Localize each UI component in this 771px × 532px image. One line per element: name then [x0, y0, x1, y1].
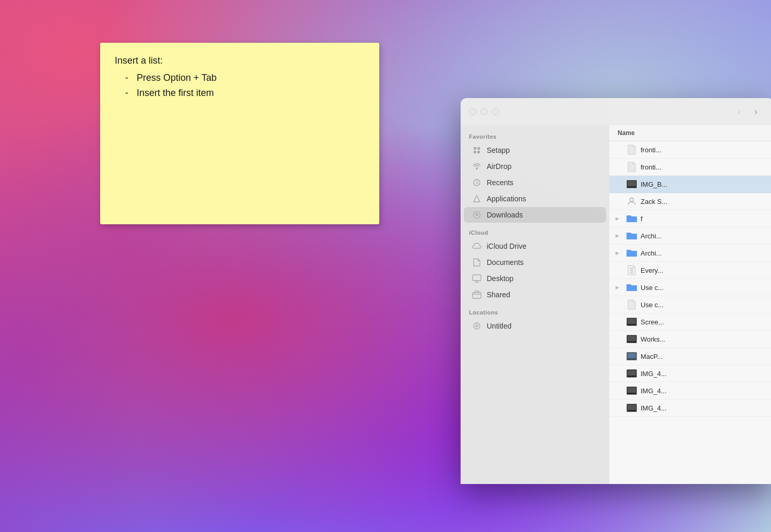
svg-rect-19	[628, 336, 636, 341]
chevron-icon-archi2: ▶	[616, 250, 623, 256]
downloads-icon	[472, 210, 481, 220]
desktop-icon	[472, 274, 481, 283]
file-icon-scree	[626, 316, 637, 328]
file-name-img4a: IMG_4...	[641, 370, 767, 378]
file-icon-img4a	[626, 368, 637, 379]
sidebar-item-applications[interactable]: Applications	[464, 191, 606, 207]
file-name-works: Works...	[641, 335, 767, 343]
sidebar-item-downloads[interactable]: Downloads	[464, 207, 606, 223]
sidebar-item-airdrop[interactable]: AirDrop	[464, 159, 606, 174]
sticky-note-item-2: - Insert the first item	[115, 86, 365, 101]
file-name-usec1: Use c...	[641, 284, 767, 292]
chevron-icon-f: ▶	[616, 216, 623, 221]
sticky-note-text-1: Press Option + Tab	[137, 70, 216, 86]
svg-rect-0	[474, 147, 476, 150]
file-name-usec2: Use c...	[641, 301, 767, 309]
close-button[interactable]	[469, 108, 476, 115]
svg-point-4	[476, 167, 478, 170]
file-item-every[interactable]: Every...	[609, 262, 771, 279]
svg-rect-15	[630, 272, 633, 273]
file-item-zack[interactable]: Zack S...	[609, 193, 771, 210]
applications-label: Applications	[487, 195, 526, 203]
file-item-img4b[interactable]: IMG_4...	[609, 382, 771, 400]
file-item-f[interactable]: ▶ f	[609, 210, 771, 227]
untitled-label: Untitled	[487, 322, 511, 330]
file-item-macp[interactable]: MacP...	[609, 348, 771, 365]
file-item-img4a[interactable]: IMG_4...	[609, 365, 771, 382]
svg-rect-7	[473, 275, 481, 281]
file-item-fronti1[interactable]: fronti...	[609, 141, 771, 159]
svg-rect-3	[477, 151, 480, 153]
sticky-note-title: Insert a list:	[115, 53, 365, 68]
sidebar-item-shared[interactable]: Shared	[464, 287, 606, 303]
forward-button[interactable]: ›	[749, 104, 763, 119]
sidebar-item-icloud-drive[interactable]: iCloud Drive	[464, 238, 606, 254]
svg-rect-8	[473, 293, 481, 298]
file-item-img4c[interactable]: IMG_4...	[609, 400, 771, 417]
setapp-label: Setapp	[487, 146, 510, 154]
file-item-archi2[interactable]: ▶ Archi...	[609, 245, 771, 262]
sticky-note: Insert a list: - Press Option + Tab - In…	[100, 43, 379, 224]
untitled-icon	[472, 321, 481, 331]
svg-rect-11	[628, 181, 636, 186]
svg-rect-13	[630, 268, 633, 269]
documents-icon	[472, 258, 481, 267]
file-icon-zack	[626, 196, 637, 207]
finder-window: ‹ › Favorites Setapp	[461, 98, 771, 484]
svg-rect-14	[630, 270, 633, 271]
chevron-icon-usec1: ▶	[616, 285, 623, 290]
finder-titlebar: ‹ ›	[461, 98, 771, 125]
airdrop-icon	[472, 162, 481, 171]
file-icon-archi2	[626, 247, 637, 259]
documents-label: Documents	[487, 258, 524, 267]
file-icon-img-b	[626, 178, 637, 190]
applications-icon	[472, 194, 481, 203]
shared-icon	[472, 290, 481, 299]
file-item-archi1[interactable]: ▶ Archi...	[609, 227, 771, 245]
back-button[interactable]: ‹	[732, 104, 746, 119]
svg-rect-25	[628, 388, 636, 393]
file-icon-macp	[626, 350, 637, 362]
finder-sidebar: Favorites Setapp AirDrop	[461, 98, 609, 484]
file-name-img4c: IMG_4...	[641, 404, 767, 412]
file-icon-every	[626, 264, 637, 276]
svg-rect-23	[628, 370, 636, 376]
file-icon-usec1	[626, 282, 637, 293]
maximize-button[interactable]	[492, 108, 499, 115]
setapp-icon	[472, 146, 481, 155]
downloads-label: Downloads	[487, 211, 523, 219]
file-name-img-b: IMG_B...	[641, 180, 767, 188]
sticky-dash-2: -	[125, 86, 128, 101]
recents-icon	[472, 178, 481, 187]
file-name-scree: Scree...	[641, 318, 767, 326]
file-item-scree[interactable]: Scree...	[609, 313, 771, 331]
minimize-button[interactable]	[480, 108, 488, 115]
file-icon-img4b	[626, 385, 637, 396]
sidebar-item-untitled[interactable]: Untitled	[464, 318, 606, 334]
sidebar-section-locations: Locations	[461, 303, 609, 318]
file-icon-img4c	[626, 402, 637, 414]
svg-rect-1	[477, 147, 480, 150]
sticky-note-text-2: Insert the first item	[137, 86, 214, 101]
file-item-works[interactable]: Works...	[609, 331, 771, 348]
chevron-icon-archi1: ▶	[616, 233, 623, 238]
file-icon-f	[626, 213, 637, 224]
file-item-usec2[interactable]: Use c...	[609, 296, 771, 313]
file-name-archi1: Archi...	[641, 232, 767, 240]
sidebar-item-documents[interactable]: Documents	[464, 255, 606, 270]
sidebar-section-favorites: Favorites	[461, 127, 609, 142]
svg-rect-17	[628, 319, 636, 324]
sidebar-item-recents[interactable]: Recents	[464, 175, 606, 190]
file-item-img-b[interactable]: IMG_B...	[609, 176, 771, 193]
desktop-label: Desktop	[487, 274, 513, 283]
sidebar-item-setapp[interactable]: Setapp	[464, 142, 606, 158]
recents-label: Recents	[487, 178, 513, 187]
file-name-macp: MacP...	[641, 353, 767, 360]
sticky-note-content: Insert a list: - Press Option + Tab - In…	[115, 53, 365, 100]
sidebar-item-desktop[interactable]: Desktop	[464, 271, 606, 286]
file-item-usec1[interactable]: ▶ Use c...	[609, 279, 771, 296]
file-list-header: Name	[609, 125, 771, 141]
icloud-drive-icon	[472, 241, 481, 251]
file-item-fronti2[interactable]: fronti...	[609, 159, 771, 176]
finder-main: Name fronti... fronti...	[609, 98, 771, 484]
